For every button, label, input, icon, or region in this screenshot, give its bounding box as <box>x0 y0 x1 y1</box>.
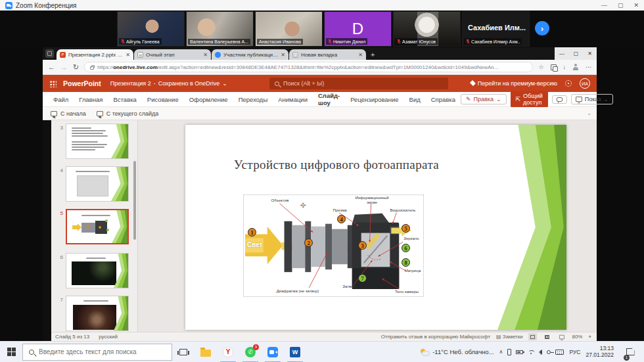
slide-4-thumbnail[interactable] <box>66 166 129 202</box>
wifi-icon[interactable] <box>528 350 534 354</box>
task-view-button[interactable] <box>172 342 195 362</box>
document-title[interactable]: Презентация 2 - Сохранено в OneDrive ⌄ <box>110 80 227 87</box>
normal-view-button[interactable] <box>528 333 537 340</box>
account-avatar[interactable]: ИА <box>580 78 590 89</box>
collapse-ribbon-icon[interactable]: ⌄ <box>587 110 591 116</box>
menu-animations[interactable]: Анимации <box>273 93 313 106</box>
menu-transitions[interactable]: Переходы <box>233 93 273 106</box>
menu-review[interactable]: Рецензирование <box>345 93 403 106</box>
menu-design[interactable]: Оформление <box>184 93 233 106</box>
slide-sorter-view-button[interactable] <box>543 333 551 340</box>
zoom-close-button[interactable]: ✕ <box>633 2 639 9</box>
slide-6-thumbnail[interactable] <box>66 253 129 288</box>
touch-keyboard-icon[interactable] <box>555 350 564 355</box>
slide-3-thumbnail[interactable] <box>66 124 129 159</box>
participant-tile[interactable]: Валентина Валерьевна А... <box>186 11 254 47</box>
profile-icon[interactable] <box>572 64 579 70</box>
favorite-star-icon[interactable]: ☆ <box>538 64 543 70</box>
yandex-browser-button[interactable]: Y <box>217 342 239 362</box>
thumbnail-scrollbar[interactable] <box>133 161 136 240</box>
chevron-down-icon[interactable]: ⌄ <box>222 80 227 87</box>
weather-widget[interactable]: -11°C Неб. облачно... <box>420 348 494 355</box>
start-button[interactable] <box>0 348 22 356</box>
current-slide[interactable]: Устройство цифрового фотоаппарата <box>185 125 566 330</box>
zoom-app-button[interactable] <box>262 342 284 362</box>
whatsapp-button[interactable]: ✆3 <box>239 342 262 362</box>
battery-icon[interactable] <box>516 350 523 354</box>
participant-tile[interactable]: Сахабиев Илм... Сахабиев Илмир Ахм.. <box>462 11 530 47</box>
slide-number: 5 <box>51 209 63 244</box>
edit-mode-button[interactable]: ✎ Правка ⌄ <box>461 94 507 104</box>
tab-close-icon[interactable]: ✕ <box>281 52 285 58</box>
menu-view[interactable]: Вид <box>404 93 426 106</box>
downloads-icon[interactable]: ↓ <box>563 64 566 70</box>
from-beginning-button[interactable]: С начала <box>51 110 86 117</box>
monitor-play-icon <box>51 111 57 116</box>
premium-link[interactable]: Перейти на премиум-версию <box>471 80 557 87</box>
menu-draw[interactable]: Рисование <box>142 93 184 106</box>
menu-slideshow[interactable]: Слайд-шоу <box>313 89 345 109</box>
participant-tile[interactable]: Айгуль Ганеева <box>117 11 185 47</box>
language-status[interactable]: русский <box>99 334 118 340</box>
forward-icon[interactable]: → <box>60 63 68 71</box>
file-explorer-button[interactable] <box>195 342 217 362</box>
taskbar-search[interactable] <box>22 344 172 361</box>
comments-button[interactable] <box>552 95 567 104</box>
app-launcher-icon[interactable] <box>49 80 57 87</box>
present-button[interactable]: Показ ⌄ <box>571 94 613 104</box>
hidden-icons-chevron[interactable]: ∧ <box>499 349 503 355</box>
slide-counter[interactable]: Слайд 5 из 13 <box>55 334 89 340</box>
volume-icon[interactable] <box>539 350 542 355</box>
camera-diagram[interactable]: Объектив Призма Информационный экран Вид… <box>243 194 424 297</box>
zoom-minimize-button[interactable]: — <box>601 2 607 9</box>
tab-close-icon[interactable]: ✕ <box>203 52 208 58</box>
slide-5-thumbnail-selected[interactable] <box>66 209 129 244</box>
browser-tab-zoom[interactable]: Участник публикации - Zoom ✕ <box>212 49 288 60</box>
slide-title[interactable]: Устройство цифрового фотоаппарата <box>192 158 481 172</box>
browser-menu-icon[interactable]: ⋯ <box>586 64 591 70</box>
tab-actions-button[interactable] <box>45 49 54 58</box>
zoom-level[interactable]: 80% <box>572 334 582 340</box>
browser-tab-ochny-etap[interactable]: ▤ Очный этап ✕ <box>134 49 211 60</box>
participant-tile[interactable]: Анастасия Иванова <box>255 11 323 47</box>
slide-7-thumbnail[interactable] <box>66 296 129 331</box>
phone-link-icon[interactable] <box>507 349 511 355</box>
notification-center-button[interactable]: 1 <box>619 342 641 362</box>
zoom-app-icon <box>5 2 12 9</box>
tab-close-icon[interactable]: ✕ <box>358 52 363 58</box>
new-tab-button[interactable]: + <box>371 51 375 58</box>
menu-home[interactable]: Главная <box>74 93 108 106</box>
menu-help[interactable]: Справка <box>426 93 461 106</box>
zoom-favicon <box>215 52 221 58</box>
menu-insert[interactable]: Вставка <box>108 93 142 106</box>
menu-file[interactable]: Файл <box>48 93 74 106</box>
key-icon[interactable] <box>547 350 551 354</box>
participant-tile[interactable]: D Никитин Данил <box>324 11 392 47</box>
collections-icon[interactable] <box>551 64 557 70</box>
notes-button[interactable]: ▤ Заметки <box>496 334 522 340</box>
slideshow-view-button[interactable] <box>557 333 566 340</box>
reload-icon[interactable]: ↻ <box>73 63 79 72</box>
share-button[interactable]: ⇱ Общий доступ <box>511 91 548 108</box>
browser-restore-button[interactable]: ▢ <box>574 51 579 57</box>
search-input[interactable]: Поиск (Alt + Ы) <box>269 78 448 89</box>
zoom-maximize-button[interactable]: ▢ <box>618 2 624 9</box>
language-indicator[interactable]: РУС <box>569 349 580 355</box>
url-field[interactable]: https://onedrive.live.com/edit.aspx?acti… <box>84 62 533 72</box>
taskbar-search-input[interactable] <box>39 348 157 355</box>
participant-tile[interactable]: Азамат Юнусов <box>393 11 461 47</box>
diagram-number-7: 7 <box>358 274 367 283</box>
settings-gear-icon[interactable] <box>565 80 572 87</box>
word-button[interactable]: W <box>284 342 306 362</box>
browser-tab-presentation[interactable]: P Презентация 2.pptx — Microso ✕ <box>57 49 133 60</box>
feedback-link[interactable]: Отправить отзыв в корпорацию Майкрософт <box>381 334 490 340</box>
fit-to-window-icon[interactable]: ⌖ <box>588 334 591 340</box>
tab-close-icon[interactable]: ✕ <box>126 52 130 58</box>
from-current-slide-button[interactable]: С текущего слайда <box>97 110 159 117</box>
taskbar-clock[interactable]: 13:13 27.01.2022 <box>586 346 614 359</box>
browser-tab-new[interactable]: ▢ Новая вкладка ✕ <box>289 49 366 60</box>
browser-close-button[interactable]: ✕ <box>587 51 592 57</box>
back-icon[interactable]: ← <box>48 63 55 71</box>
browser-minimize-button[interactable]: — <box>559 51 564 57</box>
next-participants-button[interactable]: › <box>535 21 549 35</box>
